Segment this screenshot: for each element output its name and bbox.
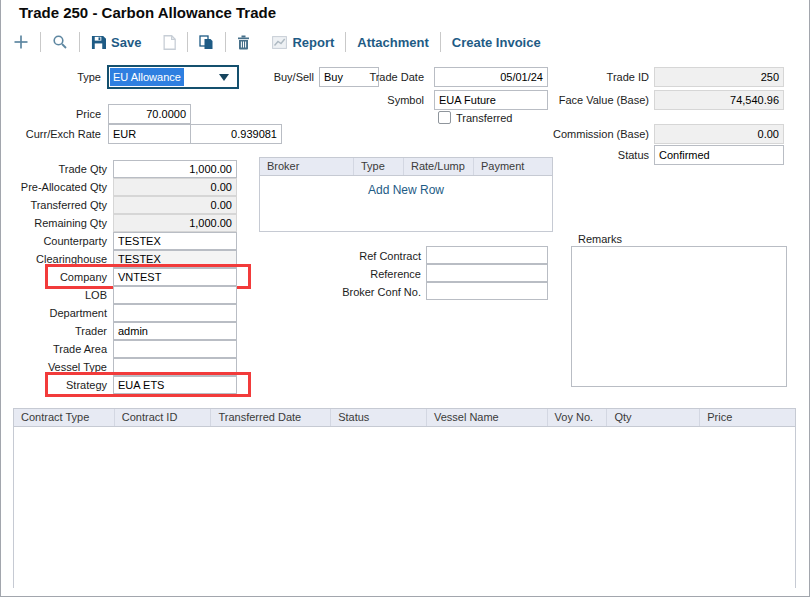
type-label: Type <box>21 71 101 83</box>
save-button-label: Save <box>111 35 141 50</box>
new-document-button[interactable] <box>163 35 176 50</box>
toolbar-separator <box>79 32 80 52</box>
vessel-name-column-header: Vessel Name <box>427 409 548 426</box>
trade-date-field[interactable]: 05/01/24 <box>434 67 548 87</box>
counterparty-label: Counterparty <box>9 235 107 247</box>
qty-column-header: Qty <box>607 409 700 426</box>
toolbar: Save Report Attachmen <box>13 30 541 54</box>
broker-conf-no-field[interactable] <box>426 282 548 300</box>
toolbar-separator <box>40 32 41 52</box>
add-button[interactable] <box>13 34 29 50</box>
price-label: Price <box>21 108 101 120</box>
price-column-header: Price <box>700 409 795 426</box>
attachment-button-label: Attachment <box>357 35 429 50</box>
report-button-label: Report <box>292 35 334 50</box>
face-value-label: Face Value (Base) <box>529 94 649 106</box>
copy-button[interactable] <box>199 35 214 50</box>
ref-contract-field[interactable] <box>426 246 548 264</box>
trade-date-label: Trade Date <box>354 71 424 83</box>
payment-column-header: Payment <box>474 158 552 175</box>
status-column-header: Status <box>331 409 427 426</box>
report-chart-icon <box>272 36 287 49</box>
contracts-table-header: Contract Type Contract ID Transferred Da… <box>14 409 795 427</box>
face-value-field: 74,540.96 <box>654 90 784 110</box>
type-dropdown[interactable]: EU Allowance <box>107 65 239 89</box>
save-button[interactable]: Save <box>91 35 141 50</box>
department-label: Department <box>9 307 107 319</box>
contract-type-column-header: Contract Type <box>14 409 115 426</box>
save-icon <box>91 35 106 50</box>
trade-qty-label: Trade Qty <box>9 163 107 175</box>
contract-id-column-header: Contract ID <box>115 409 212 426</box>
symbol-label: Symbol <box>354 94 424 106</box>
transferred-date-column-header: Transferred Date <box>211 409 331 426</box>
toolbar-separator <box>225 32 226 52</box>
strategy-highlight-box <box>45 372 251 397</box>
curr-exch-rate-label: Curr/Exch Rate <box>11 128 101 140</box>
broker-column-header: Broker <box>260 158 354 175</box>
type-dropdown-value: EU Allowance <box>110 68 184 86</box>
trade-id-field: 250 <box>654 67 784 87</box>
create-invoice-button[interactable]: Create Invoice <box>452 35 541 50</box>
remaining-qty-field: 1,000.00 <box>113 214 237 232</box>
transferred-qty-label: Transferred Qty <box>9 199 107 211</box>
pre-allocated-qty-field: 0.00 <box>113 178 237 196</box>
trade-area-field[interactable] <box>113 340 237 358</box>
search-icon <box>52 34 68 50</box>
transferred-checkbox[interactable] <box>438 111 451 124</box>
buy-sell-label: Buy/Sell <box>239 71 314 83</box>
trade-area-label: Trade Area <box>9 343 107 355</box>
ref-contract-label: Ref Contract <box>331 250 421 262</box>
remarks-textarea[interactable] <box>571 246 787 387</box>
pre-allocated-qty-label: Pre-Allocated Qty <box>9 181 107 193</box>
lob-label: LOB <box>9 289 107 301</box>
toolbar-separator <box>187 32 188 52</box>
create-invoice-button-label: Create Invoice <box>452 35 541 50</box>
price-field[interactable]: 70.0000 <box>108 104 191 124</box>
rate-lump-column-header: Rate/Lump <box>404 158 474 175</box>
reference-field[interactable] <box>426 264 548 282</box>
trade-qty-field[interactable]: 1,000.00 <box>113 160 237 178</box>
department-field[interactable] <box>113 304 237 322</box>
delete-icon <box>237 35 250 50</box>
new-document-icon <box>163 35 176 50</box>
search-button[interactable] <box>52 34 68 50</box>
trade-window: Trade 250 - Carbon Allowance Trade Save <box>0 0 810 597</box>
exch-rate-field[interactable]: 0.939081 <box>190 124 282 144</box>
toolbar-separator <box>440 32 441 52</box>
broker-table-header: Broker Type Rate/Lump Payment <box>260 158 552 176</box>
toolbar-separator <box>345 32 346 52</box>
trade-id-label: Trade ID <box>559 71 649 83</box>
commission-field: 0.00 <box>654 124 784 144</box>
currency-field[interactable]: EUR <box>108 124 191 144</box>
lob-field[interactable] <box>113 286 237 304</box>
transferred-label: Transferred <box>456 112 512 124</box>
copy-icon <box>199 35 214 50</box>
voy-no-column-header: Voy No. <box>548 409 608 426</box>
add-icon <box>13 34 29 50</box>
broker-table: Broker Type Rate/Lump Payment Add New Ro… <box>259 157 553 232</box>
transferred-qty-field: 0.00 <box>113 196 237 214</box>
contracts-table: Contract Type Contract ID Transferred Da… <box>13 408 796 588</box>
trader-field[interactable]: admin <box>113 322 237 340</box>
remaining-qty-label: Remaining Qty <box>9 217 107 229</box>
type-column-header: Type <box>354 158 404 175</box>
commission-label: Commission (Base) <box>529 128 649 140</box>
status-label: Status <box>559 149 649 161</box>
add-new-row-button[interactable]: Add New Row <box>260 183 552 197</box>
broker-conf-no-label: Broker Conf No. <box>331 286 421 298</box>
attachment-button[interactable]: Attachment <box>357 35 429 50</box>
page-title: Trade 250 - Carbon Allowance Trade <box>19 4 276 21</box>
trader-label: Trader <box>9 325 107 337</box>
counterparty-field[interactable]: TESTEX <box>113 232 237 250</box>
remarks-label: Remarks <box>578 233 622 245</box>
reference-label: Reference <box>331 268 421 280</box>
delete-button[interactable] <box>237 35 250 50</box>
status-field[interactable]: Confirmed <box>654 145 784 165</box>
chevron-down-icon <box>219 74 229 81</box>
contracts-table-body <box>14 427 795 588</box>
report-button[interactable]: Report <box>272 35 334 50</box>
